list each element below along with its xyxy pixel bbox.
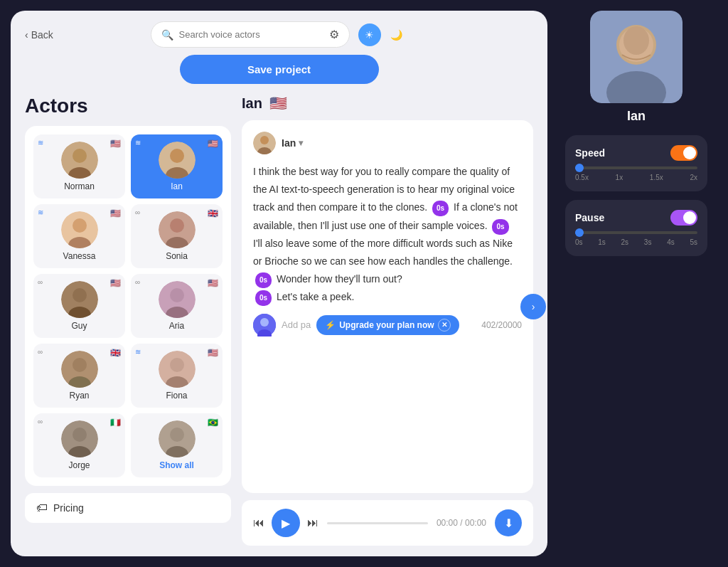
loop-icon-jorge: ∞ [38,418,43,425]
actors-grid-container: ≋ 🇺🇸 Norman ≋ [25,126,231,486]
pause-label-4s: 4s [667,238,675,246]
save-project-button[interactable]: Save project [180,55,379,84]
actors-sidebar: Actors ≋ 🇺🇸 Nor [25,95,231,546]
svg-point-31 [260,136,269,144]
lightning-icon: ⚡ [325,320,336,330]
actor-avatar-fiona [159,351,196,388]
narrator-name: Ian ▾ [282,137,303,149]
actor-name-ian: Ian [171,181,183,191]
actor-card-ian[interactable]: ≋ 🇺🇸 Ian [131,134,223,198]
actor-card-vanessa[interactable]: ≋ 🇺🇸 Vanessa [33,204,125,268]
actor-card-aria[interactable]: ∞ 🇺🇸 Aria [131,274,223,338]
flag-us-aria: 🇺🇸 [208,278,218,288]
svg-point-28 [170,428,184,442]
speed-slider-thumb[interactable] [575,164,584,172]
pause-badge-2: 0s [492,219,508,235]
narrator-row: Ian ▾ [253,132,522,154]
actor-avatar-jorge [61,420,98,457]
char-count: 402/20000 [481,320,522,330]
svg-point-13 [73,288,87,302]
actor-card-fiona[interactable]: ≋ 🇺🇸 Fiona [131,344,223,408]
search-icon: 🔍 [161,29,173,41]
pause-badge-3: 0s [255,272,272,288]
flag-us: 🇺🇸 [110,139,121,149]
actor-avatar-ryan [61,351,98,388]
content-area: Actors ≋ 🇺🇸 Nor [25,95,533,546]
flag-gb-sonia: 🇬🇧 [208,208,218,218]
wave-icon-vanessa: ≋ [38,208,43,216]
speed-slider-labels: 0.5x 1x 1.5x 2x [575,174,697,181]
pause-slider-thumb[interactable] [575,228,584,237]
main-content: Ian 🇺🇸 › Ian [242,95,533,546]
right-panel: Ian Speed 0.5x 1x 1.5x 2x Pause [558,0,714,567]
toggle-dot-pause [683,211,696,224]
actor-avatar-guy [61,281,98,318]
pause-badge-1: 0s [432,201,449,216]
svg-point-7 [73,218,87,233]
svg-point-25 [73,428,87,442]
show-all-card[interactable]: 🇧🇷 Show all [131,413,223,477]
narrator-dropdown[interactable]: ▾ [299,138,303,148]
actor-name-vanessa: Vanessa [63,251,96,261]
actor-card-norman[interactable]: ≋ 🇺🇸 Norman [33,134,125,198]
script-container: › Ian ▾ [242,120,533,493]
actor-card-guy[interactable]: ∞ 🇺🇸 Guy [33,274,125,338]
add-para-placeholder[interactable]: Add pa [282,319,311,330]
pause-label-3s: 3s [644,238,652,246]
search-input[interactable] [179,29,323,40]
pricing-button[interactable]: 🏷 Pricing [25,493,231,523]
svg-point-34 [260,318,269,327]
expand-arrow[interactable]: › [520,294,546,319]
speed-toggle[interactable] [670,145,697,161]
dark-theme-button[interactable]: 🌙 [385,23,408,46]
speed-label-1x: 1x [616,174,623,181]
actors-title: Actors [25,95,231,117]
filter-icon[interactable]: ⚙ [329,28,339,41]
actor-name-ryan: Ryan [69,391,89,401]
speed-slider-track[interactable] [575,166,697,169]
actor-card-ryan[interactable]: ∞ 🇬🇧 Ryan [33,344,125,408]
pause-slider-track[interactable] [575,231,697,234]
actor-header: Ian 🇺🇸 [242,95,533,112]
skip-forward-button[interactable]: ⏭ [307,516,318,529]
actor-name-jorge: Jorge [68,460,90,470]
skip-back-button[interactable]: ⏮ [253,516,264,529]
loop-icon-ryan: ∞ [38,348,43,356]
theme-toggle: ☀ 🌙 [358,23,408,46]
speed-label: Speed [575,147,605,159]
upgrade-close[interactable]: ✕ [438,319,451,332]
svg-point-1 [73,149,87,163]
flag-gb-ryan: 🇬🇧 [110,348,121,358]
svg-point-16 [170,288,184,302]
flag-us-fiona: 🇺🇸 [208,348,218,358]
pause-toggle[interactable] [670,210,697,226]
actor-avatar-norman [61,142,98,179]
speed-label-0.5x: 0.5x [575,174,589,181]
actor-avatar-aria [159,281,196,318]
loop-icon-aria: ∞ [135,278,140,286]
narrator-avatar [253,132,276,154]
speed-control-panel: Speed 0.5x 1x 1.5x 2x [565,135,707,191]
svg-point-22 [170,358,184,372]
speed-row: Speed [575,145,697,161]
selected-actor-name: Ian [242,95,262,112]
pause-label-2s: 2s [621,238,629,246]
light-theme-button[interactable]: ☀ [358,23,381,46]
svg-point-19 [73,358,87,372]
actor-name-norman: Norman [64,181,95,191]
tag-icon: 🏷 [36,502,48,514]
add-para-avatar [253,314,276,337]
play-button[interactable]: ▶ [272,509,300,537]
actor-name-aria: Aria [169,321,184,331]
actor-card-sonia[interactable]: ∞ 🇬🇧 Sonia [131,204,223,268]
svg-point-10 [170,218,184,233]
download-button[interactable]: ⬇ [495,509,522,536]
actor-photo-large [590,11,682,103]
back-button[interactable]: ‹ Back [25,29,53,41]
wave-icon: ≋ [38,139,43,147]
pause-label-0s: 0s [575,238,583,246]
actor-name-guy: Guy [71,321,87,331]
actor-avatar-vanessa [61,211,98,248]
upgrade-badge[interactable]: ⚡ Upgrade your plan now ✕ [316,315,459,335]
actor-card-jorge[interactable]: ∞ 🇮🇹 Jorge [33,413,125,477]
